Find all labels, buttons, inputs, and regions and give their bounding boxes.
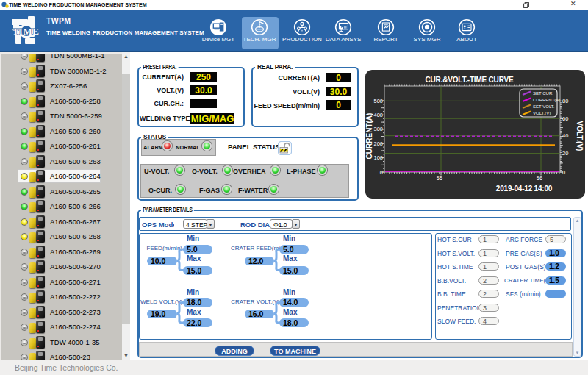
svg-text:0: 0: [562, 169, 565, 176]
svg-text:200: 200: [373, 140, 383, 147]
svg-text:TIME: TIME: [12, 26, 40, 37]
svg-text:VOLT.(V): VOLT.(V): [576, 121, 584, 151]
svg-text:CURRENT(A): CURRENT(A): [365, 113, 373, 160]
svg-text:500: 500: [373, 98, 383, 104]
svg-text:CURRENT(A): CURRENT(A): [533, 98, 560, 102]
svg-text:40: 40: [562, 132, 568, 139]
svg-text:400: 400: [373, 112, 383, 118]
svg-text:60: 60: [562, 115, 568, 122]
svg-text:100: 100: [373, 154, 383, 161]
svg-text:300: 300: [373, 126, 383, 132]
svg-text:SET VOLT.: SET VOLT.: [533, 104, 555, 109]
svg-text:55: 55: [437, 175, 442, 182]
svg-text:SET CUR.: SET CUR.: [533, 91, 553, 96]
svg-text:56: 56: [537, 175, 542, 182]
svg-text:80: 80: [562, 98, 568, 104]
svg-text:0: 0: [380, 169, 383, 176]
svg-text:VOLT.(V): VOLT.(V): [533, 111, 551, 115]
svg-text:20: 20: [562, 150, 568, 157]
